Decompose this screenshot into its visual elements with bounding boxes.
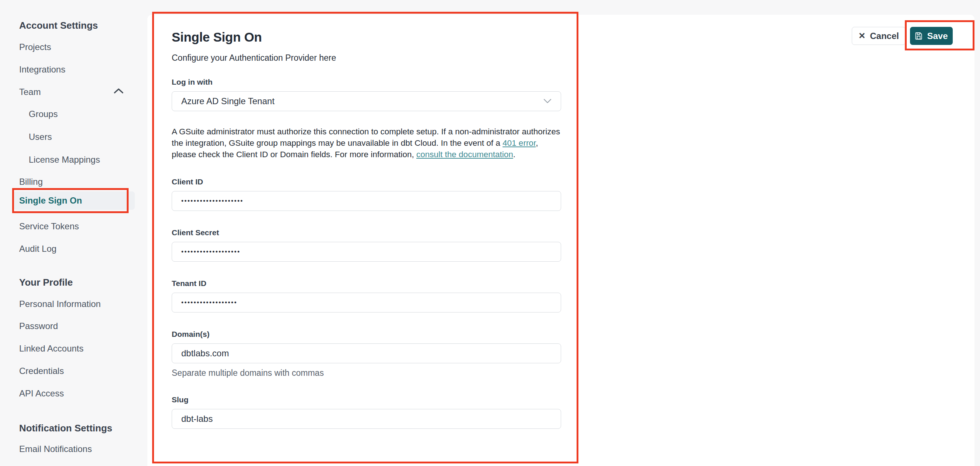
- 401-error-link[interactable]: 401 error: [503, 138, 536, 147]
- slug-label: Slug: [172, 395, 561, 404]
- chevron-up-icon[interactable]: [113, 87, 124, 94]
- save-button-label: Save: [927, 31, 948, 41]
- page-title: Single Sign On: [172, 29, 561, 45]
- single-sign-on-form: Single Sign On Configure your Authentica…: [172, 0, 561, 429]
- gsuite-note: A GSuite administrator must authorize th…: [172, 126, 563, 160]
- settings-sidebar: Account Settings Projects Integrations T…: [0, 0, 147, 466]
- client-id-field[interactable]: [172, 191, 561, 211]
- sidebar-item-service-tokens[interactable]: Service Tokens: [19, 221, 79, 231]
- login-with-selected-value: Azure AD Single Tenant: [181, 96, 274, 106]
- sidebar-item-personal-information[interactable]: Personal Information: [19, 299, 100, 309]
- chevron-down-icon: [543, 99, 552, 104]
- cancel-button-label: Cancel: [870, 31, 899, 41]
- note-text: .: [513, 150, 515, 159]
- sidebar-item-label: Single Sign On: [19, 195, 82, 206]
- sidebar-item-linked-accounts[interactable]: Linked Accounts: [19, 344, 84, 354]
- sidebar-item-single-sign-on[interactable]: Single Sign On: [13, 192, 135, 210]
- sidebar-header-notification-settings: Notification Settings: [19, 423, 112, 434]
- tenant-id-field[interactable]: [172, 293, 561, 312]
- sidebar-item-users[interactable]: Users: [29, 132, 52, 142]
- domains-field[interactable]: [172, 344, 561, 363]
- sidebar-item-password[interactable]: Password: [19, 321, 58, 331]
- page-subtitle: Configure your Authentication Provider h…: [172, 52, 561, 63]
- client-secret-label: Client Secret: [172, 228, 561, 238]
- sidebar-item-audit-log[interactable]: Audit Log: [19, 244, 56, 254]
- sidebar-header-account-settings: Account Settings: [19, 20, 98, 31]
- domains-label: Domain(s): [172, 330, 561, 339]
- login-with-select[interactable]: Azure AD Single Tenant: [172, 91, 561, 111]
- client-id-label: Client ID: [172, 177, 561, 187]
- sidebar-item-billing[interactable]: Billing: [19, 177, 43, 187]
- client-secret-field[interactable]: [172, 242, 561, 262]
- login-with-label: Log in with: [172, 77, 561, 87]
- domains-helper-text: Separate multiple domains with commas: [172, 368, 561, 378]
- sidebar-item-projects[interactable]: Projects: [19, 42, 51, 52]
- cancel-button[interactable]: ✕ Cancel: [852, 27, 905, 45]
- sidebar-item-license-mappings[interactable]: License Mappings: [29, 155, 100, 165]
- sidebar-item-integrations[interactable]: Integrations: [19, 64, 65, 75]
- save-button[interactable]: Save: [910, 27, 953, 45]
- consult-documentation-link[interactable]: consult the documentation: [416, 150, 513, 159]
- sidebar-item-groups[interactable]: Groups: [29, 109, 58, 119]
- sidebar-item-credentials[interactable]: Credentials: [19, 366, 64, 376]
- save-icon: [915, 32, 923, 40]
- sidebar-item-email-notifications[interactable]: Email Notifications: [19, 444, 92, 454]
- tenant-id-label: Tenant ID: [172, 279, 561, 288]
- sidebar-header-your-profile: Your Profile: [19, 277, 73, 288]
- sidebar-item-team[interactable]: Team: [19, 87, 41, 97]
- note-text: A GSuite administrator must authorize th…: [172, 127, 560, 147]
- sidebar-item-api-access[interactable]: API Access: [19, 388, 64, 399]
- close-icon: ✕: [858, 32, 865, 40]
- slug-field[interactable]: [172, 409, 561, 429]
